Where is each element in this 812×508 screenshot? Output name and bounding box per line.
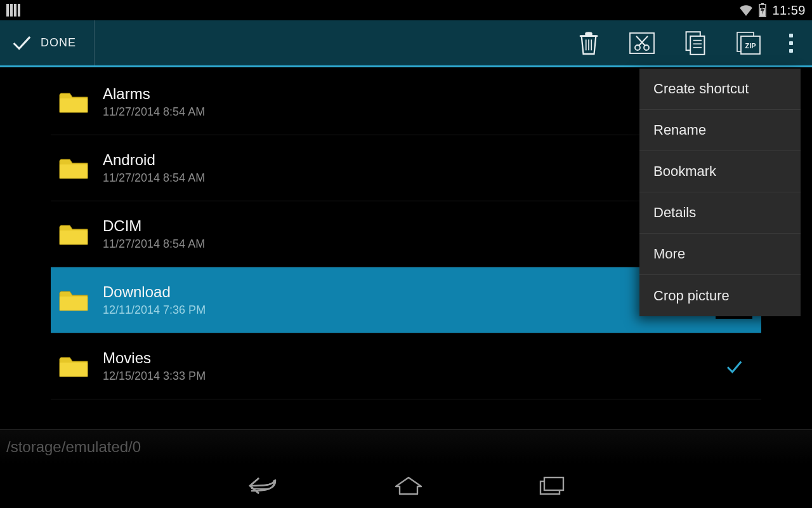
folder-icon bbox=[56, 288, 91, 313]
back-button[interactable] bbox=[246, 474, 279, 497]
recents-button[interactable] bbox=[538, 475, 566, 497]
svg-rect-16 bbox=[690, 36, 704, 54]
file-row[interactable]: Movies 12/15/2014 3:33 PM bbox=[51, 333, 761, 399]
trash-icon bbox=[578, 30, 599, 56]
navigation-bar bbox=[0, 464, 812, 508]
svg-rect-0 bbox=[6, 4, 9, 17]
folder-icon bbox=[56, 90, 91, 115]
status-clock: 11:59 bbox=[772, 3, 806, 18]
action-bar: DONE ZIP bbox=[0, 20, 812, 67]
copy-button[interactable] bbox=[669, 20, 722, 67]
context-menu: Create shortcut Rename Bookmark Details … bbox=[639, 69, 801, 316]
delete-button[interactable] bbox=[562, 20, 615, 67]
path-bar[interactable]: /storage/emulated/0 bbox=[0, 429, 812, 464]
svg-rect-1 bbox=[10, 4, 13, 17]
overflow-dot-icon bbox=[789, 49, 793, 53]
battery-charging-icon bbox=[758, 3, 767, 17]
overflow-dot-icon bbox=[789, 41, 793, 45]
menu-item-details[interactable]: Details bbox=[639, 192, 801, 234]
overflow-menu-button[interactable] bbox=[775, 20, 807, 67]
svg-rect-5 bbox=[761, 3, 764, 4]
menu-item-more[interactable]: More bbox=[639, 234, 801, 275]
folder-icon bbox=[56, 222, 91, 247]
cut-button[interactable] bbox=[615, 20, 669, 67]
cut-icon bbox=[629, 31, 655, 55]
folder-icon bbox=[56, 156, 91, 181]
zip-button[interactable]: ZIP bbox=[722, 20, 775, 67]
file-date: 12/15/2014 3:33 PM bbox=[103, 370, 716, 383]
svg-text:ZIP: ZIP bbox=[745, 42, 756, 50]
check-icon bbox=[724, 357, 743, 376]
menu-item-create-shortcut[interactable]: Create shortcut bbox=[639, 69, 801, 110]
file-date: 12/11/2014 7:36 PM bbox=[103, 304, 716, 317]
home-button[interactable] bbox=[393, 475, 424, 497]
menu-item-crop-picture[interactable]: Crop picture bbox=[639, 275, 801, 316]
copy-icon bbox=[683, 30, 707, 56]
svg-rect-3 bbox=[18, 4, 20, 17]
wifi-icon bbox=[739, 4, 753, 16]
done-label: DONE bbox=[41, 36, 76, 50]
folder-icon bbox=[56, 354, 91, 379]
status-bar: 11:59 bbox=[0, 0, 812, 20]
menu-item-rename[interactable]: Rename bbox=[639, 110, 801, 151]
file-name: Download bbox=[103, 283, 716, 301]
file-name: Movies bbox=[103, 349, 716, 367]
overflow-dot-icon bbox=[789, 34, 793, 37]
menu-item-bookmark[interactable]: Bookmark bbox=[639, 151, 801, 192]
done-button[interactable]: DONE bbox=[10, 20, 95, 65]
signal-bars-icon bbox=[6, 4, 20, 17]
svg-rect-2 bbox=[14, 4, 16, 17]
current-path: /storage/emulated/0 bbox=[6, 438, 141, 456]
check-icon bbox=[10, 32, 32, 54]
svg-rect-24 bbox=[544, 478, 563, 490]
zip-icon: ZIP bbox=[735, 30, 762, 56]
selection-checkbox[interactable] bbox=[716, 348, 752, 385]
